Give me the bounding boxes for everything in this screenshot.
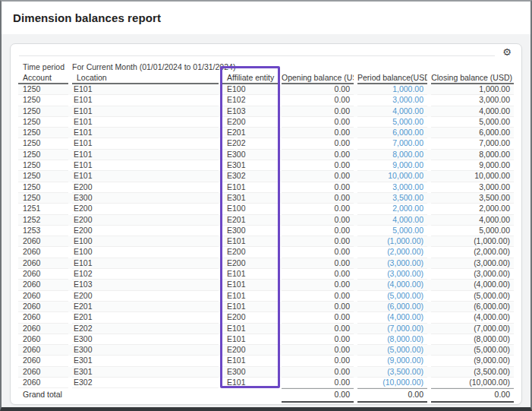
affiliate-entity-cell: E200	[222, 312, 278, 323]
closing-balance-cell: 1,000.00	[431, 84, 514, 95]
period-balance-link[interactable]: 2,000.00	[357, 204, 427, 214]
table-row: 2060E300E1010.00(8,000.00)(8,000.00)	[18, 334, 514, 345]
report-body: Time period For Current Month (01/01/202…	[11, 59, 521, 404]
period-balance-link[interactable]: 3,000.00	[357, 182, 427, 193]
period-balance-link[interactable]: 6,000.00	[357, 128, 427, 138]
opening-balance-cell: 0.00	[282, 378, 354, 388]
account-cell: 2060	[18, 280, 68, 290]
account-cell: 1250	[18, 160, 68, 171]
closing-balance-cell: (4,000.00)	[431, 312, 514, 323]
location-cell: E103	[72, 280, 219, 290]
period-balance-link[interactable]: (5,000.00)	[357, 291, 427, 302]
affiliate-entity-cell: E101	[222, 269, 278, 280]
table-row: 1250E101E3020.0010,000.0010,000.00	[18, 171, 514, 182]
period-balance-link[interactable]: (7,000.00)	[357, 324, 427, 334]
period-balance-link[interactable]: 4,000.00	[357, 106, 427, 117]
location-cell: E102	[72, 269, 219, 280]
period-balance-link[interactable]: (4,000.00)	[357, 280, 427, 290]
opening-balance-cell: 0.00	[282, 193, 354, 204]
account-cell: 1253	[18, 226, 68, 236]
closing-balance-cell: (5,000.00)	[431, 345, 514, 356]
affiliate-entity-cell: E101	[222, 324, 278, 334]
column-header-affiliate-entity: Affiliate entity	[222, 73, 278, 84]
period-balance-link[interactable]: (9,000.00)	[357, 356, 427, 366]
table-header-row: Account Location Affiliate entity Openin…	[18, 73, 514, 84]
period-balance-link[interactable]: (6,000.00)	[357, 302, 427, 312]
table-row: 1252E200E2010.004,000.004,000.00	[18, 215, 514, 226]
closing-balance-cell: 7,000.00	[431, 138, 514, 149]
closing-balance-cell: 3,000.00	[431, 95, 514, 106]
gear-icon[interactable]: ⚙	[502, 46, 512, 58]
period-balance-link[interactable]: 9,000.00	[357, 160, 427, 171]
period-balance-link[interactable]: 5,000.00	[357, 226, 427, 236]
account-cell: 2060	[18, 302, 68, 312]
affiliate-entity-cell: E302	[222, 171, 278, 182]
table-row: 2060E300E2000.00(5,000.00)(5,000.00)	[18, 345, 514, 356]
table-row: 1253E200E3000.005,000.005,000.00	[18, 226, 514, 236]
period-balance-link[interactable]: (3,000.00)	[357, 269, 427, 280]
table-row: 1250E101E2000.005,000.005,000.00	[18, 117, 514, 128]
time-period-row: Time period For Current Month (01/01/202…	[18, 62, 514, 73]
period-balance-link[interactable]: (4,000.00)	[357, 312, 427, 323]
opening-balance-cell: 0.00	[282, 171, 354, 182]
table-row: 1250E200E1010.003,000.003,000.00	[18, 182, 514, 193]
closing-balance-cell: 10,000.00	[431, 171, 514, 182]
opening-balance-cell: 0.00	[282, 312, 354, 323]
table-row: 2060E202E1010.00(7,000.00)(7,000.00)	[18, 324, 514, 334]
affiliate-entity-cell: E103	[222, 106, 278, 117]
location-cell: E101	[72, 138, 219, 149]
location-cell: E200	[72, 226, 219, 236]
period-balance-link[interactable]: (1,000.00)	[357, 236, 427, 247]
affiliate-entity-cell: E301	[222, 193, 278, 204]
period-balance-link[interactable]: (3,500.00)	[357, 367, 427, 378]
period-balance-link[interactable]: 5,000.00	[357, 117, 427, 128]
affiliate-entity-cell: E301	[222, 160, 278, 171]
opening-balance-cell: 0.00	[282, 367, 354, 378]
column-header-opening-balance: Opening balance (USD)	[282, 73, 354, 84]
period-balance-link[interactable]: 1,000.00	[357, 84, 427, 95]
account-cell: 2060	[18, 324, 68, 334]
period-balance-link[interactable]: (5,000.00)	[357, 345, 427, 356]
period-balance-link[interactable]: 10,000.00	[357, 171, 427, 182]
period-balance-link[interactable]: 4,000.00	[357, 215, 427, 226]
table-row: 1250E300E3010.003,500.003,500.00	[18, 193, 514, 204]
opening-balance-cell: 0.00	[282, 280, 354, 290]
table-row: 2060E201E1010.00(6,000.00)(6,000.00)	[18, 302, 514, 312]
period-balance-link[interactable]: 3,500.00	[357, 193, 427, 204]
account-cell: 1250	[18, 84, 68, 95]
table-row: 2060E201E2000.00(4,000.00)(4,000.00)	[18, 312, 514, 323]
table-row: 1250E101E2010.006,000.006,000.00	[18, 128, 514, 138]
affiliate-entity-cell: E101	[222, 236, 278, 247]
account-cell: 1250	[18, 193, 68, 204]
period-balance-link[interactable]: (8,000.00)	[357, 334, 427, 345]
account-cell: 1250	[18, 95, 68, 106]
period-balance-link[interactable]: 8,000.00	[357, 150, 427, 160]
affiliate-entity-cell: E300	[222, 226, 278, 236]
column-header-account: Account	[18, 73, 68, 84]
account-cell: 2060	[18, 367, 68, 378]
table-row: 2060E200E1010.00(5,000.00)(5,000.00)	[18, 291, 514, 302]
closing-balance-cell: 3,000.00	[431, 182, 514, 193]
period-balance-link[interactable]: (10,000.00)	[357, 378, 427, 388]
opening-balance-cell: 0.00	[282, 269, 354, 280]
closing-balance-cell: (5,000.00)	[431, 291, 514, 302]
opening-balance-cell: 0.00	[282, 356, 354, 366]
account-cell: 1250	[18, 106, 68, 117]
location-cell: E300	[72, 345, 219, 356]
titlebar: Dimension balances report	[2, 2, 530, 34]
opening-balance-cell: 0.00	[282, 117, 354, 128]
opening-balance-cell: 0.00	[282, 95, 354, 106]
closing-balance-cell: (2,000.00)	[431, 247, 514, 258]
period-balance-link[interactable]: (3,000.00)	[357, 258, 427, 269]
location-cell: E301	[72, 356, 219, 366]
location-cell: E302	[72, 378, 219, 388]
affiliate-entity-cell: E201	[222, 215, 278, 226]
closing-balance-cell: 8,000.00	[431, 150, 514, 160]
table-row: 2060E301E1010.00(9,000.00)(9,000.00)	[18, 356, 514, 366]
period-balance-link[interactable]: (2,000.00)	[357, 247, 427, 258]
period-balance-link[interactable]: 7,000.00	[357, 138, 427, 149]
closing-balance-cell: (1,000.00)	[431, 236, 514, 247]
period-balance-link[interactable]: 3,000.00	[357, 95, 427, 106]
account-cell: 2060	[18, 356, 68, 366]
opening-balance-cell: 0.00	[282, 150, 354, 160]
